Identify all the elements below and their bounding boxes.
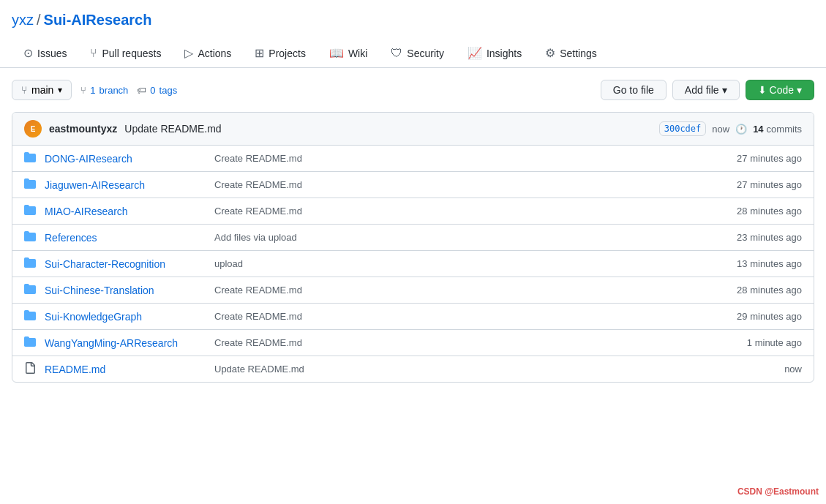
tab-projects[interactable]: ⊞ Projects: [243, 40, 318, 67]
file-rows: DONG-AIResearchCreate README.md27 minute…: [12, 146, 814, 382]
file-commit-message: Create README.md: [214, 311, 691, 322]
file-icon: [24, 362, 36, 376]
folder-icon: [24, 336, 36, 350]
file-commit-message: Create README.md: [214, 206, 691, 217]
repo-title: yxz/Sui-AIResearch: [12, 6, 814, 37]
branch-icon-small: ⑂: [80, 85, 86, 96]
tab-issues[interactable]: ⊙ Issues: [12, 40, 78, 67]
go-to-file-button[interactable]: Go to file: [601, 80, 667, 100]
main-nav: ⊙ Issues ⑂ Pull requests ▷ Actions ⊞ Pro…: [12, 40, 814, 67]
tab-pull-requests[interactable]: ⑂ Pull requests: [78, 40, 173, 67]
add-file-button[interactable]: Add file ▾: [672, 80, 740, 100]
tag-count-link[interactable]: 🏷 0 tags: [137, 85, 177, 96]
tab-settings-label: Settings: [560, 48, 597, 59]
tab-projects-label: Projects: [269, 48, 306, 59]
file-time: 27 minutes ago: [699, 153, 802, 164]
table-row: DONG-AIResearchCreate README.md27 minute…: [12, 146, 814, 172]
commit-header-right: 300cdef now 🕐 14 commits: [659, 121, 802, 136]
nav-tabs: ⊙ Issues ⑂ Pull requests ▷ Actions ⊞ Pro…: [12, 40, 814, 67]
file-name[interactable]: Jiaguwen-AIResearch: [45, 179, 206, 191]
file-commit-message: Add files via upload: [214, 232, 691, 243]
file-time: 23 minutes ago: [699, 232, 802, 243]
tab-security-label: Security: [407, 48, 444, 59]
table-icon: ⊞: [255, 46, 264, 60]
tag-icon: 🏷: [137, 85, 146, 96]
tab-actions-label: Actions: [198, 48, 231, 59]
top-bar: yxz/Sui-AIResearch ⊙ Issues ⑂ Pull reque…: [0, 0, 826, 68]
tab-issues-label: Issues: [37, 48, 67, 59]
repo-owner[interactable]: yxz: [12, 12, 34, 28]
file-commit-message: upload: [214, 258, 691, 269]
tag-count: 0: [150, 85, 155, 96]
add-file-label: Add file: [685, 84, 719, 96]
book-icon: 📖: [329, 46, 344, 60]
tab-actions[interactable]: ▷ Actions: [173, 40, 243, 67]
table-row: Jiaguwen-AIResearchCreate README.md27 mi…: [12, 172, 814, 198]
download-icon: ⬇: [758, 84, 767, 96]
branch-count: 1: [90, 85, 95, 96]
graph-icon: 📈: [468, 46, 482, 60]
gear-icon: ⚙: [545, 46, 555, 60]
tab-insights-label: Insights: [487, 48, 522, 59]
folder-icon: [24, 309, 36, 323]
tab-wiki-label: Wiki: [348, 48, 367, 59]
avatar: E: [24, 120, 42, 138]
file-name[interactable]: Sui-Character-Recognition: [45, 258, 206, 270]
toolbar: ⑂ main ▾ ⑂ 1 branch 🏷 0 tags Go to file …: [12, 80, 814, 100]
folder-icon: [24, 151, 36, 165]
table-row: Sui-Chinese-TranslationCreate README.md2…: [12, 277, 814, 304]
commit-sha[interactable]: 300cdef: [659, 121, 707, 136]
table-row: README.mdUpdate README.mdnow: [12, 356, 814, 382]
commit-author[interactable]: eastmountyxz: [49, 123, 117, 135]
commit-message: Update README.md: [124, 123, 221, 135]
file-name[interactable]: MIAO-AIResearch: [45, 206, 206, 217]
tab-wiki[interactable]: 📖 Wiki: [318, 40, 379, 67]
table-row: Sui-Character-Recognitionupload13 minute…: [12, 251, 814, 277]
file-commit-message: Create README.md: [214, 285, 691, 296]
folder-icon: [24, 204, 36, 218]
tab-settings[interactable]: ⚙ Settings: [533, 40, 609, 67]
commit-header-left: E eastmountyxz Update README.md: [24, 120, 222, 138]
tab-security[interactable]: 🛡 Security: [379, 40, 456, 67]
file-name[interactable]: WangYangMing-ARResearch: [45, 337, 206, 349]
branch-text: branch: [100, 85, 129, 96]
commit-time: now: [712, 124, 729, 135]
branch-name: main: [31, 84, 53, 96]
commits-count: 14: [753, 124, 763, 135]
folder-icon: [24, 230, 36, 244]
file-time: 28 minutes ago: [699, 206, 802, 217]
table-row: MIAO-AIResearchCreate README.md28 minute…: [12, 198, 814, 225]
file-name[interactable]: README.md: [45, 364, 206, 375]
folder-icon: [24, 257, 36, 271]
tab-insights[interactable]: 📈 Insights: [456, 40, 533, 67]
code-button[interactable]: ⬇ Code ▾: [746, 80, 814, 100]
code-label: Code: [770, 84, 794, 96]
commit-header: E eastmountyxz Update README.md 300cdef …: [12, 113, 814, 146]
file-name[interactable]: Sui-Chinese-Translation: [45, 285, 206, 296]
file-commit-message: Create README.md: [214, 153, 691, 164]
circle-dot-icon: ⊙: [23, 46, 33, 60]
file-commit-message: Create README.md: [214, 179, 691, 190]
commits-label: commits: [767, 124, 802, 135]
folder-icon: [24, 178, 36, 192]
file-name[interactable]: DONG-AIResearch: [45, 153, 206, 165]
folder-icon: [24, 283, 36, 297]
shield-icon: 🛡: [391, 47, 402, 60]
file-name[interactable]: Sui-KnowledgeGraph: [45, 311, 206, 323]
table-row: WangYangMing-ARResearchCreate README.md1…: [12, 330, 814, 356]
repo-name[interactable]: Sui-AIResearch: [44, 12, 152, 28]
file-time: 29 minutes ago: [699, 311, 802, 322]
clock-icon: 🕐: [735, 124, 747, 135]
toolbar-left: ⑂ main ▾ ⑂ 1 branch 🏷 0 tags: [12, 80, 177, 100]
play-circle-icon: ▷: [184, 46, 193, 60]
branch-selector[interactable]: ⑂ main ▾: [12, 80, 72, 100]
tag-text: tags: [159, 85, 178, 96]
file-commit-message: Create README.md: [214, 337, 691, 348]
file-name[interactable]: References: [45, 232, 206, 244]
repo-separator: /: [37, 12, 41, 28]
commits-link[interactable]: 14 commits: [753, 124, 802, 135]
content: ⑂ main ▾ ⑂ 1 branch 🏷 0 tags Go to file …: [0, 68, 826, 394]
branch-count-link[interactable]: ⑂ 1 branch: [80, 85, 128, 96]
chevron-down-icon: ▾: [722, 84, 727, 96]
file-time: 27 minutes ago: [699, 179, 802, 190]
